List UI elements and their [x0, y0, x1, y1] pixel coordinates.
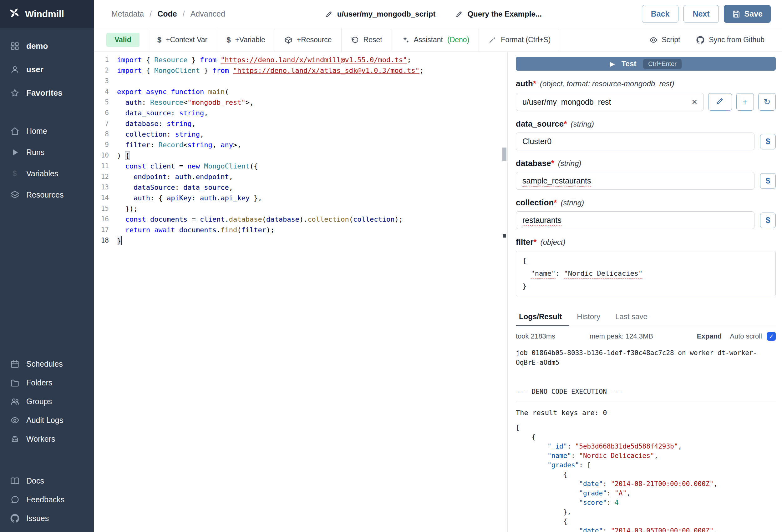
tab-last-save[interactable]: Last save: [608, 308, 655, 326]
breadcrumb: Metadata/Code/Advanced: [111, 9, 225, 18]
main-area: Metadata/Code/Advanced u/user/my_mongodb…: [94, 0, 782, 532]
field-type: (string): [561, 198, 584, 207]
pencil-icon: [716, 97, 724, 107]
play-icon: [9, 148, 20, 157]
edit-resource-button[interactable]: [708, 93, 732, 111]
sidebar-item-groups[interactable]: Groups: [0, 392, 94, 411]
result-json-line: "grade": "A",: [516, 489, 776, 498]
result-json-line: {: [516, 517, 776, 526]
data_source-value: Cluster0: [522, 137, 552, 146]
book-icon: [9, 477, 20, 486]
collection-input[interactable]: restaurants: [516, 211, 754, 229]
log-meta-row: took 2183ms mem peak: 124.3MB Expand Aut…: [516, 332, 776, 341]
breadcrumb-code[interactable]: Code: [157, 9, 177, 18]
sidebar-item-issues[interactable]: Issues: [0, 509, 94, 528]
refresh-resource-button[interactable]: ↻: [758, 93, 776, 111]
auth-resource-value: u/user/my_mongodb_rest: [522, 98, 611, 107]
required-asterisk: *: [554, 198, 557, 207]
add-resource-button[interactable]: +: [736, 93, 754, 111]
star-icon: [9, 88, 20, 98]
collection-insert-variable-button[interactable]: $: [760, 213, 776, 228]
sidebar-item-label: Favorites: [26, 88, 63, 98]
autoscroll-checkbox[interactable]: ✓: [767, 332, 776, 341]
editor-scrollbar[interactable]: [501, 52, 507, 532]
toolbar-variable-button[interactable]: $+Variable: [217, 28, 274, 51]
clear-icon[interactable]: ×: [691, 97, 697, 107]
sidebar-item-favorites[interactable]: Favorites: [0, 81, 94, 105]
sidebar-item-demo[interactable]: demo: [0, 34, 94, 58]
toolbar-right-group: ScriptSync from Github: [641, 28, 773, 51]
toolbar-assistant-button[interactable]: Assistant(Deno): [392, 28, 479, 51]
home-icon: [9, 126, 20, 136]
sidebar-item-resources[interactable]: Resources: [0, 184, 94, 205]
database-value: sample_restaurants: [522, 176, 591, 185]
result-summary: The result keys are: 0: [516, 409, 776, 417]
tab-logs-result[interactable]: Logs/Result: [516, 308, 569, 326]
expand-button[interactable]: Expand: [697, 332, 722, 340]
back-button[interactable]: Back: [642, 5, 679, 23]
data_source-input[interactable]: Cluster0: [516, 132, 754, 150]
toolbar-button-label: +Context Var: [166, 36, 207, 44]
breadcrumb-metadata[interactable]: Metadata: [111, 9, 144, 18]
workspace-logo[interactable]: Windmill: [0, 0, 94, 28]
required-asterisk: *: [551, 158, 554, 168]
app-root: Windmill demouserFavoritesHomeRuns$Varia…: [0, 0, 782, 532]
sidebar-item-user[interactable]: user: [0, 58, 94, 81]
next-button[interactable]: Next: [683, 5, 718, 23]
code-editor[interactable]: 1import { Resource } from "https://deno.…: [94, 52, 508, 532]
sidebar-item-schedules[interactable]: Schedules: [0, 354, 94, 373]
sidebar-item-audit-logs[interactable]: Audit Logs: [0, 411, 94, 429]
sidebar-item-runs[interactable]: Runs: [0, 142, 94, 163]
toolbar-reset-button[interactable]: Reset: [341, 28, 392, 51]
log-line: job 01864b05-8033-b136-1def-f30c48ac7c28…: [516, 348, 776, 368]
field-auth: auth*(object, format: resource-mongodb_r…: [516, 79, 776, 111]
breadcrumb-advanced[interactable]: Advanced: [190, 9, 225, 18]
line-number: 13: [94, 184, 109, 191]
auth-resource-input[interactable]: u/user/my_mongodb_rest ×: [516, 93, 704, 111]
test-button[interactable]: ▶ Test Ctrl+Enter: [516, 57, 776, 71]
filter-json-editor[interactable]: { "name": "Nordic Delicacies"}: [516, 251, 776, 296]
code-line-10: 10) {: [94, 150, 507, 161]
sidebar-item-workers[interactable]: Workers: [0, 429, 94, 448]
sidebar-item-label: user: [26, 65, 43, 74]
calendar-icon: [9, 359, 20, 369]
line-number: 16: [94, 215, 109, 223]
sidebar-item-variables[interactable]: $Variables: [0, 163, 94, 184]
sidebar-item-label: Docs: [26, 477, 44, 486]
scrollbar-thumb[interactable]: [502, 148, 506, 161]
database-input[interactable]: sample_restaurants: [516, 172, 754, 190]
script-summary-edit[interactable]: Query the Example...: [455, 10, 541, 18]
tab-history[interactable]: History: [569, 308, 608, 326]
breadcrumb-separator: /: [183, 9, 185, 18]
sidebar-item-docs[interactable]: Docs: [0, 471, 94, 490]
play-icon: ▶: [610, 60, 615, 68]
toolbar-button-label: Reset: [363, 36, 382, 44]
editor-toolbar: Valid $+Context Var$+Variable+ResourceRe…: [94, 28, 782, 52]
toolbar-script-button[interactable]: Script: [641, 28, 688, 51]
sidebar-item-home[interactable]: Home: [0, 120, 94, 142]
dollar-icon: $: [157, 36, 162, 44]
log-line: --- DENO CODE EXECUTION ---: [516, 387, 776, 397]
toolbar-left-group: $+Context Var$+Variable+ResourceResetAss…: [148, 28, 561, 51]
logs-result-divider: [516, 402, 776, 402]
workspace-icon: [9, 42, 20, 51]
windmill-logo-icon: [9, 7, 20, 21]
sidebar-item-folders[interactable]: Folders: [0, 373, 94, 392]
sidebar-item-feedbacks[interactable]: Feedbacks: [0, 490, 94, 509]
save-button[interactable]: Save: [724, 5, 771, 23]
code-line-4: 4export async function main(: [94, 86, 507, 97]
toolbar-context-var-button[interactable]: $+Context Var: [148, 28, 217, 51]
toolbar-sync-from-github-button[interactable]: Sync from Github: [688, 28, 773, 51]
line-number: 18: [94, 237, 109, 244]
field-name: filter: [516, 237, 533, 246]
line-number: 11: [94, 162, 109, 170]
sidebar-item-label: Folders: [26, 378, 52, 387]
database-insert-variable-button[interactable]: $: [760, 173, 776, 189]
data_source-insert-variable-button[interactable]: $: [760, 134, 776, 149]
log-line: [516, 368, 776, 377]
sidebar: Windmill demouserFavoritesHomeRuns$Varia…: [0, 0, 94, 532]
script-path-edit[interactable]: u/user/my_mongodb_script: [325, 10, 436, 18]
toolbar-format-ctrl-s-button[interactable]: Format (Ctrl+S): [478, 28, 560, 51]
toolbar-resource-button[interactable]: +Resource: [275, 28, 341, 51]
line-number: 3: [94, 77, 109, 85]
